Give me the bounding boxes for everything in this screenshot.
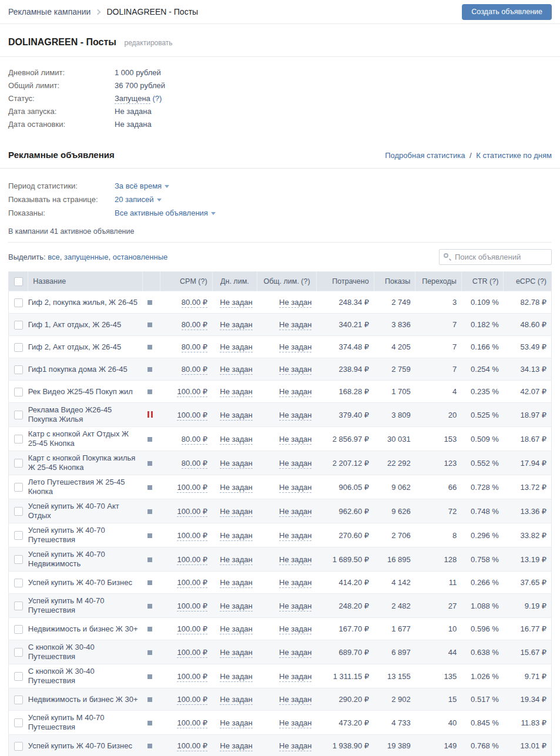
col-header-total-limit[interactable]: Общ. лим. (?) xyxy=(257,272,317,291)
total-limit-editable-value[interactable]: Не задан xyxy=(279,411,311,421)
row-checkbox[interactable] xyxy=(14,507,23,516)
row-checkbox[interactable] xyxy=(14,625,23,634)
total-limit-editable-value[interactable]: Не задан xyxy=(279,648,311,658)
cpm-editable-value[interactable]: 100.00 ₽ xyxy=(177,648,207,658)
daily-limit-editable-value[interactable]: Не задан xyxy=(220,298,252,308)
daily-limit-editable-value[interactable]: Не задан xyxy=(220,741,252,751)
total-limit-editable-value[interactable]: Не задан xyxy=(279,624,311,634)
col-header-ctr[interactable]: CTR (?) xyxy=(461,272,504,291)
col-header-impressions[interactable]: Показы xyxy=(374,272,415,291)
cpm-editable-value[interactable]: 100.00 ₽ xyxy=(177,741,207,751)
select-all-link[interactable]: все xyxy=(48,253,60,261)
edit-campaign-link[interactable]: редактировать xyxy=(125,39,173,47)
ad-name[interactable]: Успей купить Ж 40-70 Акт Отдых xyxy=(28,499,142,523)
ad-name[interactable]: Успей купить Ж 40-70 Путешествия xyxy=(28,523,142,547)
cpm-editable-value[interactable]: 80.00 ₽ xyxy=(182,459,207,469)
ad-name[interactable]: Рек Видео Ж25-45 Покуп жил xyxy=(28,381,142,403)
row-checkbox[interactable] xyxy=(14,648,23,657)
cpm-editable-value[interactable]: 80.00 ₽ xyxy=(182,365,207,375)
total-limit-editable-value[interactable]: Не задан xyxy=(279,578,311,588)
ad-name[interactable]: Успей купить М 40-70 Путешествия xyxy=(28,711,142,735)
select-running-link[interactable]: запущенные xyxy=(64,253,108,261)
total-limit-editable-value[interactable]: Не задан xyxy=(279,507,311,517)
daily-limit-editable-value[interactable]: Не задан xyxy=(220,695,252,705)
total-limit-editable-value[interactable]: Не задан xyxy=(279,387,311,397)
total-limit-editable-value[interactable]: Не задан xyxy=(279,602,311,611)
row-checkbox[interactable] xyxy=(14,343,23,352)
row-checkbox[interactable] xyxy=(14,321,23,330)
row-checkbox[interactable] xyxy=(14,435,23,443)
total-limit-editable-value[interactable]: Не задан xyxy=(279,435,311,445)
row-checkbox[interactable] xyxy=(14,365,23,374)
ad-name[interactable]: Недвижимость и бизнес Ж 30+ xyxy=(28,618,142,640)
daily-limit-editable-value[interactable]: Не задан xyxy=(220,483,252,493)
row-checkbox[interactable] xyxy=(14,411,23,419)
status-help-link[interactable]: (?) xyxy=(152,94,162,103)
daily-limit-editable-value[interactable]: Не задан xyxy=(220,531,252,541)
col-header-daily-limit[interactable]: Дн. лим. xyxy=(212,272,257,291)
ad-name[interactable]: С кнопкой Ж 30-40 Путешествия xyxy=(28,664,142,688)
breadcrumb-campaigns-link[interactable]: Рекламные кампании xyxy=(8,7,90,16)
statistics-by-days-link[interactable]: К статистике по дням xyxy=(476,151,552,160)
ad-name[interactable]: Успей купить М 40-70 Путешествия xyxy=(28,594,142,618)
cpm-editable-value[interactable]: 100.00 ₽ xyxy=(177,555,207,565)
row-checkbox[interactable] xyxy=(14,555,23,564)
total-limit-editable-value[interactable]: Не задан xyxy=(279,741,311,751)
ad-name[interactable]: Гиф1 покупка дома Ж 26-45 xyxy=(28,358,142,381)
total-limit-editable-value[interactable]: Не задан xyxy=(279,298,311,308)
cpm-editable-value[interactable]: 100.00 ₽ xyxy=(177,672,207,682)
total-limit-editable-value[interactable]: Не задан xyxy=(279,672,311,682)
ad-name[interactable]: Лето Путешествия Ж 25-45 Кнопка xyxy=(28,475,142,499)
create-ad-button[interactable]: Создать объявление xyxy=(462,4,552,20)
daily-limit-editable-value[interactable]: Не задан xyxy=(220,387,252,397)
row-checkbox[interactable] xyxy=(14,388,23,397)
col-header-name[interactable]: Название xyxy=(28,272,142,291)
total-limit-editable-value[interactable]: Не задан xyxy=(279,483,311,493)
cpm-editable-value[interactable]: 100.00 ₽ xyxy=(177,718,207,728)
ad-name[interactable]: Успей купить Ж 40-70 Бизнес xyxy=(28,572,142,594)
per-page-dropdown[interactable]: 20 записей xyxy=(115,193,162,206)
row-checkbox[interactable] xyxy=(14,742,23,751)
ad-name[interactable]: Успей купить Ж 40-70 Недвижимость xyxy=(28,547,142,572)
cpm-editable-value[interactable]: 100.00 ₽ xyxy=(177,578,207,588)
cpm-editable-value[interactable]: 100.00 ₽ xyxy=(177,602,207,611)
ad-name[interactable]: Недвижимость и бизнес Ж 30+ xyxy=(28,688,142,711)
cpm-editable-value[interactable]: 100.00 ₽ xyxy=(177,387,207,397)
cpm-editable-value[interactable]: 100.00 ₽ xyxy=(177,695,207,705)
total-limit-editable-value[interactable]: Не задан xyxy=(279,695,311,705)
cpm-editable-value[interactable]: 100.00 ₽ xyxy=(177,624,207,634)
row-checkbox[interactable] xyxy=(14,483,23,492)
cpm-editable-value[interactable]: 80.00 ₽ xyxy=(182,342,207,352)
shown-dropdown[interactable]: Все активные объявления xyxy=(115,206,216,220)
total-limit-editable-value[interactable]: Не задан xyxy=(279,459,311,469)
ad-name[interactable]: Гиф 2, Акт отдых, Ж 26-45 xyxy=(28,336,142,358)
ad-name[interactable]: Реклама Видео Ж26-45 Покупка Жилья xyxy=(28,403,142,427)
ad-name[interactable]: Катр с кнопкой Акт Отдых Ж 25-45 Кнопка xyxy=(28,427,142,451)
select-stopped-link[interactable]: остановленные xyxy=(113,253,168,261)
search-input[interactable] xyxy=(439,249,552,265)
daily-limit-editable-value[interactable]: Не задан xyxy=(220,672,252,682)
daily-limit-editable-value[interactable]: Не задан xyxy=(220,435,252,445)
detailed-statistics-link[interactable]: Подробная статистика xyxy=(385,151,465,160)
cpm-editable-value[interactable]: 80.00 ₽ xyxy=(182,298,207,308)
row-checkbox[interactable] xyxy=(14,298,23,307)
period-dropdown[interactable]: За всё время xyxy=(115,179,169,193)
select-all-checkbox[interactable] xyxy=(14,277,23,286)
col-header-clicks[interactable]: Переходы xyxy=(415,272,462,291)
row-checkbox[interactable] xyxy=(14,602,23,610)
total-limit-editable-value[interactable]: Не задан xyxy=(279,320,311,330)
ad-name[interactable]: Успей купить Ж 40-70 Бизнес xyxy=(28,735,142,756)
cpm-editable-value[interactable]: 100.00 ₽ xyxy=(177,411,207,421)
row-checkbox[interactable] xyxy=(14,531,23,540)
daily-limit-editable-value[interactable]: Не задан xyxy=(220,411,252,421)
daily-limit-editable-value[interactable]: Не задан xyxy=(220,648,252,658)
ad-name[interactable]: Гиф 2, покупка жилья, Ж 26-45 xyxy=(28,291,142,314)
ad-name[interactable]: С кнопкой Ж 30-40 Путешествия xyxy=(28,640,142,664)
daily-limit-editable-value[interactable]: Не задан xyxy=(220,365,252,375)
row-checkbox[interactable] xyxy=(14,718,23,727)
cpm-editable-value[interactable]: 100.00 ₽ xyxy=(177,483,207,493)
cpm-editable-value[interactable]: 100.00 ₽ xyxy=(177,531,207,541)
cpm-editable-value[interactable]: 100.00 ₽ xyxy=(177,507,207,517)
daily-limit-editable-value[interactable]: Не задан xyxy=(220,342,252,352)
daily-limit-editable-value[interactable]: Не задан xyxy=(220,718,252,728)
